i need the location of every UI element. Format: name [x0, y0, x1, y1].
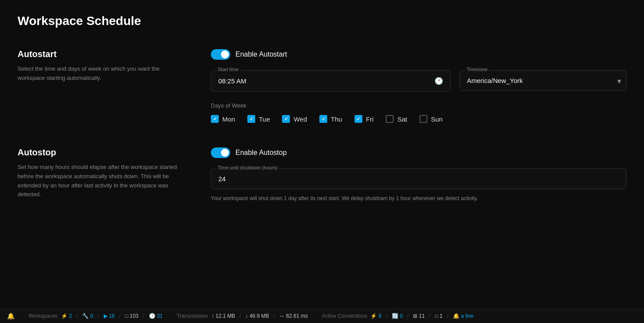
autostart-controls: Enable Autostart Start time 🕐 Timezone A…	[211, 49, 626, 123]
conn-count-1: ⚡ 6	[370, 313, 381, 319]
day-item-tue[interactable]: Tue	[247, 115, 270, 123]
transmission-status: Transmission ↑ 12.1 MB / ↓ 46.9 MB / ↔ 6…	[177, 313, 308, 319]
timezone-select[interactable]: America/New_York America/Los_Angeles Ame…	[459, 70, 626, 91]
day-checkbox-thu[interactable]	[319, 115, 327, 123]
conn-last-activity: 🔔 a few	[453, 313, 474, 319]
status-bar: 🔔 Workspaces ⚡ 2 / 🔧 0 / ▶ 16 / □ 103 / …	[0, 309, 644, 323]
clock-icon[interactable]: 🕐	[434, 77, 443, 85]
conn-count-3: ⊞ 11	[413, 313, 425, 319]
transmission-label: Transmission	[177, 313, 208, 319]
autostop-toggle-label: Enable Autostop	[235, 149, 287, 157]
bell-icon: 🔔	[7, 312, 14, 319]
ws-count-1: ⚡ 2	[61, 313, 72, 319]
day-label-wed: Wed	[293, 115, 307, 123]
day-label-thu: Thu	[331, 115, 342, 123]
day-checkbox-sun[interactable]	[420, 115, 427, 123]
day-checkbox-sat[interactable]	[386, 115, 394, 123]
autostart-section: Autostart Select the time and days of we…	[18, 49, 626, 123]
autostart-description: Autostart Select the time and days of we…	[18, 49, 185, 123]
day-label-tue: Tue	[259, 115, 270, 123]
days-label: Days of Week	[211, 102, 626, 109]
days-row: Mon Tue Wed Thu	[211, 115, 626, 123]
day-label-sun: Sun	[431, 115, 443, 123]
day-checkbox-mon[interactable]	[211, 115, 219, 123]
autostop-section: Autostop Set how many hours should elaps…	[18, 147, 626, 202]
workspaces-status: Workspaces ⚡ 2 / 🔧 0 / ▶ 16 / □ 103 / 🕐 …	[29, 313, 163, 319]
shutdown-note: Your workspace will shut down 1 day afte…	[211, 194, 626, 202]
tx-download: ↓ 46.9 MB	[246, 313, 269, 319]
timezone-label: Timezone	[465, 67, 489, 72]
conn-count-4: □ 1	[435, 313, 442, 319]
connections-label: Active Connections	[322, 313, 367, 319]
autostop-controls: Enable Autostop Time until shutdown (hou…	[211, 147, 626, 202]
shutdown-hours-label: Time until shutdown (hours)	[216, 165, 279, 170]
ws-count-3: ▶ 16	[104, 313, 115, 319]
day-item-thu[interactable]: Thu	[319, 115, 342, 123]
autostop-description: Autostop Set how many hours should elaps…	[18, 147, 185, 202]
conn-count-2: 🔄 0	[392, 313, 403, 319]
day-item-fri[interactable]: Fri	[355, 115, 374, 123]
day-item-sun[interactable]: Sun	[420, 115, 443, 123]
start-time-field: Start time 🕐	[211, 70, 451, 92]
day-checkbox-wed[interactable]	[282, 115, 290, 123]
day-label-sat: Sat	[397, 115, 407, 123]
autostart-description-text: Select the time and days of week on whic…	[18, 65, 185, 83]
day-label-mon: Mon	[222, 115, 235, 123]
ws-count-5: 🕐 31	[149, 313, 163, 319]
shutdown-hours-field: Time until shutdown (hours)	[211, 169, 626, 189]
day-label-fri: Fri	[366, 115, 374, 123]
shutdown-hours-input[interactable]	[211, 169, 626, 189]
tx-upload: ↑ 12.1 MB	[211, 313, 235, 319]
day-checkbox-fri[interactable]	[355, 115, 362, 123]
autostart-toggle-label: Enable Autostart	[235, 50, 287, 58]
timezone-field: Timezone America/New_York America/Los_An…	[459, 70, 626, 92]
day-checkbox-tue[interactable]	[247, 115, 255, 123]
workspaces-label: Workspaces	[29, 313, 58, 319]
autostop-toggle[interactable]	[211, 147, 230, 158]
day-item-wed[interactable]: Wed	[282, 115, 307, 123]
start-time-label: Start time	[216, 67, 240, 72]
page-title: Workspace Schedule	[18, 14, 626, 28]
autostop-description-text: Set how many hours should elapse after t…	[18, 163, 185, 199]
autostart-toggle[interactable]	[211, 49, 230, 60]
start-time-input[interactable]	[218, 77, 434, 85]
tx-latency: ↔ 62.61 ms	[279, 313, 308, 319]
ws-count-2: 🔧 0	[82, 313, 93, 319]
days-section: Days of Week Mon Tue Wed	[211, 102, 626, 123]
day-item-mon[interactable]: Mon	[211, 115, 235, 123]
autostop-heading: Autostop	[18, 147, 185, 158]
day-item-sat[interactable]: Sat	[386, 115, 407, 123]
autostart-heading: Autostart	[18, 49, 185, 59]
ws-count-4: □ 103	[125, 313, 139, 319]
connections-status: Active Connections ⚡ 6 / 🔄 0 / ⊞ 11 / □ …	[322, 313, 474, 319]
